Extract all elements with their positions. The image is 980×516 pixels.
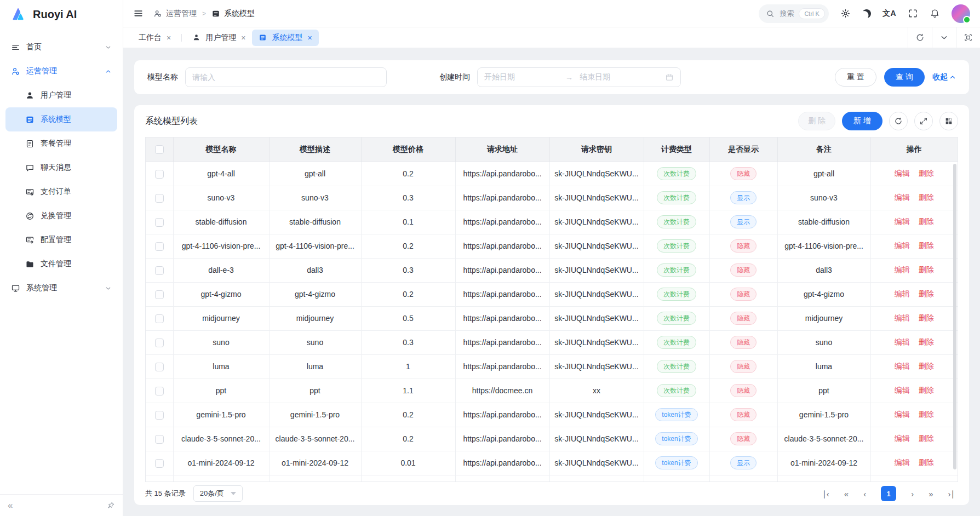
- row-checkbox[interactable]: [155, 435, 164, 444]
- row-checkbox[interactable]: [155, 363, 164, 371]
- bell-icon[interactable]: [930, 8, 940, 19]
- user-avatar[interactable]: [952, 4, 970, 23]
- hamburger-icon[interactable]: [133, 8, 144, 19]
- dark-mode-moon-icon[interactable]: [862, 9, 871, 18]
- row-checkbox[interactable]: [155, 170, 164, 179]
- edit-link[interactable]: 编辑: [895, 313, 910, 322]
- close-icon[interactable]: ×: [241, 34, 245, 42]
- first-page-button[interactable]: ∣‹: [822, 490, 829, 498]
- model-name-input[interactable]: [185, 67, 387, 87]
- row-checkbox[interactable]: [155, 218, 164, 227]
- reset-button[interactable]: 重 置: [835, 68, 876, 87]
- tab-system-models[interactable]: 系统模型 ×: [252, 30, 318, 46]
- breadcrumb-item-operations[interactable]: 运营管理: [153, 9, 197, 19]
- row-checkbox[interactable]: [155, 242, 164, 251]
- edit-link[interactable]: 编辑: [895, 241, 910, 250]
- row-checkbox[interactable]: [155, 411, 164, 420]
- next-page-button[interactable]: ›: [911, 490, 914, 498]
- tab-workbench[interactable]: 工作台 ×: [132, 30, 177, 46]
- delete-link[interactable]: 删除: [919, 313, 934, 322]
- edit-link[interactable]: 编辑: [895, 458, 910, 467]
- row-checkbox[interactable]: [155, 314, 164, 323]
- sidebar-item-home[interactable]: 首页: [5, 35, 117, 59]
- edit-link[interactable]: 编辑: [895, 289, 910, 298]
- refresh-tab-button[interactable]: [908, 27, 932, 48]
- expand-table-button[interactable]: [914, 112, 933, 130]
- global-search[interactable]: 搜索 Ctrl K: [759, 4, 829, 23]
- edit-link[interactable]: 编辑: [895, 434, 910, 443]
- select-all-checkbox[interactable]: [155, 145, 164, 154]
- delete-link[interactable]: 删除: [919, 169, 934, 177]
- tab-list-dropdown[interactable]: [932, 27, 956, 48]
- row-checkbox[interactable]: [155, 290, 164, 299]
- sidebar-group-system[interactable]: 系统管理: [5, 276, 117, 300]
- delete-link[interactable]: 删除: [919, 337, 934, 346]
- prev-page-button[interactable]: ‹: [863, 490, 866, 498]
- sidebar-item-payment-orders[interactable]: 支付订单: [5, 180, 117, 204]
- current-page-button[interactable]: 1: [881, 486, 896, 501]
- gear-icon[interactable]: [840, 8, 851, 19]
- visibility-tag[interactable]: 隐藏: [730, 167, 757, 180]
- sidebar-item-packages[interactable]: 套餐管理: [5, 131, 117, 156]
- delete-link[interactable]: 删除: [919, 386, 934, 394]
- add-button[interactable]: 新 增: [842, 112, 882, 130]
- edit-link[interactable]: 编辑: [895, 193, 910, 202]
- visibility-tag[interactable]: 隐藏: [730, 239, 757, 253]
- delete-link[interactable]: 删除: [919, 289, 934, 298]
- sidebar-item-system-models[interactable]: 系统模型: [5, 107, 117, 131]
- visibility-tag[interactable]: 隐藏: [730, 432, 757, 445]
- last-page-button[interactable]: ›∣: [948, 490, 955, 498]
- edit-link[interactable]: 编辑: [895, 362, 910, 370]
- visibility-tag[interactable]: 显示: [730, 215, 757, 228]
- sidebar-item-chat-messages[interactable]: 聊天消息: [5, 156, 117, 180]
- jump-forward-button[interactable]: »: [929, 490, 933, 498]
- visibility-tag[interactable]: 隐藏: [730, 263, 757, 277]
- date-range-input[interactable]: 开始日期 → 结束日期: [477, 67, 681, 87]
- close-icon[interactable]: ×: [307, 34, 312, 42]
- delete-button[interactable]: 删 除: [798, 112, 835, 130]
- sidebar-group-operations[interactable]: 运营管理: [5, 59, 117, 83]
- row-checkbox[interactable]: [155, 459, 164, 468]
- logo[interactable]: Ruoyi AI: [0, 0, 123, 28]
- page-size-select[interactable]: 20条/页: [193, 485, 243, 502]
- delete-link[interactable]: 删除: [919, 458, 934, 467]
- visibility-tag[interactable]: 显示: [730, 191, 757, 204]
- pin-icon[interactable]: [107, 501, 115, 509]
- translate-icon[interactable]: 文A: [882, 9, 896, 19]
- visibility-tag[interactable]: 隐藏: [730, 336, 757, 349]
- visibility-tag[interactable]: 隐藏: [730, 288, 757, 301]
- delete-link[interactable]: 删除: [919, 241, 934, 250]
- sidebar-item-users[interactable]: 用户管理: [5, 83, 117, 107]
- visibility-tag[interactable]: 隐藏: [730, 360, 757, 373]
- edit-link[interactable]: 编辑: [895, 410, 910, 418]
- edit-link[interactable]: 编辑: [895, 217, 910, 226]
- row-checkbox[interactable]: [155, 387, 164, 395]
- table-scrollbar[interactable]: [953, 164, 956, 469]
- row-checkbox[interactable]: [155, 194, 164, 203]
- search-button[interactable]: 查 询: [884, 68, 925, 87]
- tab-user-management[interactable]: 用户管理 ×: [186, 30, 252, 46]
- edit-link[interactable]: 编辑: [895, 337, 910, 346]
- breadcrumb-item-system-models[interactable]: 系统模型: [211, 9, 255, 19]
- close-icon[interactable]: ×: [167, 34, 171, 42]
- refresh-table-button[interactable]: [889, 112, 908, 130]
- jump-back-button[interactable]: «: [844, 490, 849, 498]
- delete-link[interactable]: 删除: [919, 265, 934, 274]
- delete-link[interactable]: 删除: [919, 217, 934, 226]
- sidebar-item-redeem[interactable]: 兑换管理: [5, 204, 117, 228]
- maximize-content-button[interactable]: [956, 27, 980, 48]
- delete-link[interactable]: 删除: [919, 410, 934, 418]
- delete-link[interactable]: 删除: [919, 434, 934, 443]
- visibility-tag[interactable]: 显示: [730, 456, 757, 469]
- delete-link[interactable]: 删除: [919, 362, 934, 370]
- edit-link[interactable]: 编辑: [895, 386, 910, 394]
- edit-link[interactable]: 编辑: [895, 169, 910, 177]
- sidebar-item-config[interactable]: 配置管理: [5, 228, 117, 252]
- visibility-tag[interactable]: 隐藏: [730, 384, 757, 397]
- row-checkbox[interactable]: [155, 339, 164, 347]
- sidebar-collapse-button[interactable]: «: [8, 501, 13, 510]
- visibility-tag[interactable]: 隐藏: [730, 312, 757, 325]
- collapse-filter-link[interactable]: 收起: [932, 72, 956, 82]
- edit-link[interactable]: 编辑: [895, 265, 910, 274]
- fullscreen-icon[interactable]: [908, 8, 918, 19]
